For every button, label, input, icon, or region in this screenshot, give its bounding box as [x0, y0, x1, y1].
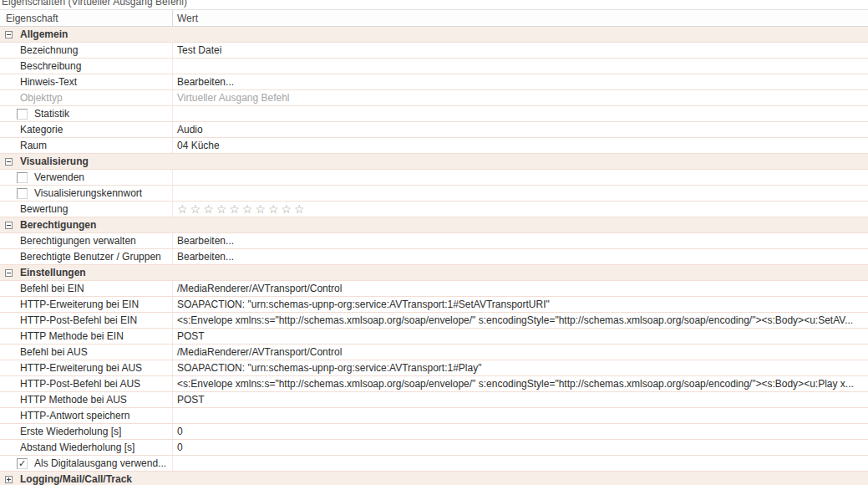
property-row-http-post-befehl-bei-aus: HTTP-Post-Befehl bei AUS<s:Envelope xmln… — [0, 376, 868, 392]
rating-star-icon[interactable]: ☆ — [190, 203, 201, 215]
property-value-cell[interactable]: POST — [173, 329, 868, 344]
expand-icon[interactable] — [5, 476, 13, 483]
property-label: Berechtigte Benutzer / Gruppen — [20, 251, 161, 263]
property-label: Visualisierungskennwort — [34, 187, 142, 199]
property-label: Statistik — [34, 108, 69, 120]
property-row-erste-wiederholung-s: Erste Wiederholung [s]0 — [0, 424, 868, 440]
checkbox-checked[interactable]: ✓ — [17, 458, 28, 469]
property-label-cell: Befehl bei AUS — [0, 345, 173, 360]
property-label-cell: HTTP-Antwort speichern — [0, 408, 173, 423]
property-value-cell[interactable] — [173, 186, 868, 201]
property-value[interactable]: /MediaRenderer/AVTransport/Control — [177, 346, 342, 358]
section-header-allgemein[interactable]: Allgemein — [0, 27, 868, 43]
property-value[interactable]: /MediaRenderer/AVTransport/Control — [177, 283, 342, 294]
section-header-logging-mail-call-track[interactable]: Logging/Mail/Call/Track — [0, 472, 868, 485]
section-header-berechtigungen[interactable]: Berechtigungen — [0, 217, 868, 233]
section-label: Berechtigungen — [20, 219, 96, 231]
property-row-http-methode-bei-aus: HTTP Methode bei AUSPOST — [0, 392, 868, 408]
property-label-cell: HTTP-Erweiterung bei AUS — [0, 360, 173, 375]
property-row-verwenden: Verwenden — [0, 170, 868, 186]
rating-star-icon[interactable]: ☆ — [177, 203, 188, 215]
property-value-cell[interactable]: <s:Envelope xmlns:s="http://schemas.xmls… — [173, 313, 868, 328]
property-value-cell[interactable]: POST — [173, 392, 868, 407]
property-label-cell: Hinweis-Text — [0, 74, 173, 89]
grid-header: Eigenschaft Wert — [0, 9, 868, 27]
property-label: Abstand Wiederholung [s] — [20, 442, 135, 453]
rating-star-icon[interactable]: ☆ — [255, 203, 266, 215]
rating-star-icon[interactable]: ☆ — [294, 203, 305, 215]
property-value-cell[interactable]: Audio — [173, 122, 868, 137]
property-value-cell[interactable]: /MediaRenderer/AVTransport/Control — [173, 345, 868, 360]
collapse-icon[interactable] — [5, 222, 13, 229]
property-label-cell: Berechtigte Benutzer / Gruppen — [0, 249, 173, 264]
property-value-cell[interactable] — [173, 59, 868, 74]
property-value-cell[interactable]: SOAPACTION: "urn:schemas-upnp-org:servic… — [173, 360, 868, 375]
rating-star-icon[interactable]: ☆ — [203, 203, 214, 215]
edit-link[interactable]: Bearbeiten... — [177, 251, 234, 263]
checkbox-unchecked[interactable] — [17, 172, 28, 183]
section-label: Visualisierung — [20, 156, 89, 167]
property-value[interactable]: 0 — [177, 442, 183, 453]
property-value-cell[interactable]: 0 — [173, 440, 868, 455]
property-value-cell[interactable]: Virtueller Ausgang Befehl — [173, 90, 868, 105]
property-value-cell[interactable]: Test Datei — [173, 43, 868, 58]
property-value-cell[interactable]: Bearbeiten... — [173, 74, 868, 89]
property-value-cell[interactable] — [173, 456, 868, 471]
section-label: Einstellungen — [20, 267, 86, 278]
property-label-cell: HTTP Methode bei EIN — [0, 329, 173, 344]
rating-star-icon[interactable]: ☆ — [229, 203, 240, 215]
property-value[interactable]: Test Datei — [177, 44, 221, 56]
property-value[interactable]: POST — [177, 330, 205, 342]
property-row-berechtigungen-verwalten: Berechtigungen verwaltenBearbeiten... — [0, 233, 868, 249]
property-label-cell: Verwenden — [0, 170, 173, 185]
property-label: Bewertung — [20, 203, 68, 215]
property-label: Raum — [20, 140, 47, 151]
property-value[interactable]: SOAPACTION: "urn:schemas-upnp-org:servic… — [177, 299, 550, 310]
property-value[interactable]: 04 Küche — [177, 140, 220, 151]
property-value[interactable]: <s:Envelope xmlns:s="http://schemas.xmls… — [177, 314, 853, 326]
property-value-cell[interactable]: 0 — [173, 424, 868, 439]
property-row-statistik: Statistik — [0, 106, 868, 122]
property-value-cell[interactable]: Bearbeiten... — [173, 249, 868, 264]
property-label: HTTP-Antwort speichern — [20, 410, 129, 421]
section-header-visualisierung[interactable]: Visualisierung — [0, 154, 868, 170]
rating-star-icon[interactable]: ☆ — [242, 203, 253, 215]
section-label: Logging/Mail/Call/Track — [20, 473, 132, 485]
property-value-cell[interactable]: 04 Küche — [173, 138, 868, 153]
property-row-http-methode-bei-ein: HTTP Methode bei EINPOST — [0, 329, 868, 345]
checkbox-unchecked[interactable] — [17, 109, 28, 120]
property-row-befehl-bei-ein: Befehl bei EIN/MediaRenderer/AVTransport… — [0, 281, 868, 297]
checkbox-unchecked[interactable] — [17, 188, 28, 199]
rating-star-icon[interactable]: ☆ — [282, 203, 292, 215]
property-value-cell[interactable]: SOAPACTION: "urn:schemas-upnp-org:servic… — [173, 297, 868, 312]
property-label: Befehl bei AUS — [20, 346, 88, 358]
edit-link[interactable]: Bearbeiten... — [177, 235, 234, 247]
property-row-objekttyp: ObjekttypVirtueller Ausgang Befehl — [0, 90, 868, 106]
property-value-cell[interactable]: Bearbeiten... — [173, 233, 868, 248]
property-row-http-erweiterung-bei-aus: HTTP-Erweiterung bei AUSSOAPACTION: "urn… — [0, 360, 868, 376]
collapse-icon[interactable] — [5, 31, 13, 38]
property-value-cell[interactable] — [173, 170, 868, 185]
property-label-cell: Erste Wiederholung [s] — [0, 424, 173, 439]
property-value[interactable]: SOAPACTION: "urn:schemas-upnp-org:servic… — [177, 362, 481, 374]
rating-star-icon[interactable]: ☆ — [216, 203, 227, 215]
edit-link[interactable]: Bearbeiten... — [177, 76, 234, 88]
property-row-berechtigte-benutzer-gruppen: Berechtigte Benutzer / GruppenBearbeiten… — [0, 249, 868, 265]
column-header-property: Eigenschaft — [0, 10, 173, 26]
property-value[interactable]: 0 — [177, 426, 183, 437]
property-value[interactable]: Virtueller Ausgang Befehl — [177, 92, 290, 104]
property-value[interactable]: POST — [177, 394, 205, 406]
collapse-icon[interactable] — [5, 158, 13, 166]
property-row-hinweis-text: Hinweis-TextBearbeiten... — [0, 74, 868, 90]
property-value-cell[interactable]: /MediaRenderer/AVTransport/Control — [173, 281, 868, 296]
section-header-einstellungen[interactable]: Einstellungen — [0, 265, 868, 281]
rating-star-icon[interactable]: ☆ — [268, 203, 279, 215]
property-value[interactable]: Audio — [177, 124, 203, 135]
property-value-cell[interactable]: <s:Envelope xmlns:s="http://schemas.xmls… — [173, 376, 868, 391]
collapse-icon[interactable] — [5, 269, 13, 277]
property-value-cell[interactable]: ☆☆☆☆☆☆☆☆☆☆ — [173, 202, 868, 217]
property-value-cell[interactable] — [173, 106, 868, 121]
property-value-cell[interactable] — [173, 408, 868, 423]
property-label-cell: HTTP-Erweiterung bei EIN — [0, 297, 173, 312]
property-value[interactable]: <s:Envelope xmlns:s="http://schemas.xmls… — [177, 378, 854, 390]
